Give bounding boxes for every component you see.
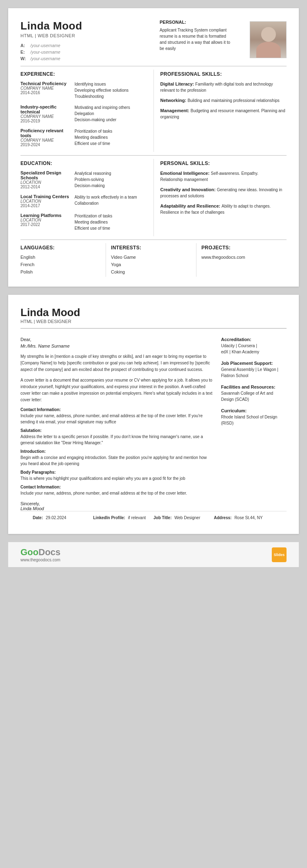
resume-name-block: Linda Mood HTML | WEB DESIGNER A: /your-… [20,20,143,63]
languages-col: LANGUAGES: English French Polish [20,243,106,277]
lang-interest-project-section: LANGUAGES: English French Polish INTERES… [20,243,287,277]
edu-dates-0: 2012-2014 [20,185,70,189]
skill-1: Networking: Building and maintaining pro… [160,97,287,104]
edu-desc-0: Analytical reasoningProblem-solvingDecis… [74,170,147,189]
contact-value-e: /your-username [30,50,60,54]
cover-section-text-0: Include your name, address, phone number… [20,413,213,425]
exp-company-2: COMPANY NAME [20,138,70,142]
skill-title-1: Networking: [160,98,187,103]
pskill-0: Emotional Intelligence: Self-awareness. … [160,170,287,183]
cover-dear: Dear, [20,337,213,342]
personal-skills-col: PERSONAL SKILLS: Emotional Intelligence:… [154,159,287,236]
cover-section-text-1: Address the letter to a specific person … [20,434,213,446]
resume-name: Linda Mood [20,20,143,32]
edu-desc-1: Ability to work effectively in a teamCol… [74,194,147,206]
interest-item-1: Yoga [111,262,191,267]
personal-skills-title: PERSONAL SKILLS: [160,160,287,166]
edu-school-1: Local Training Centers [20,194,70,199]
edu-dates-2: 2017-2022 [20,222,70,227]
project-item-0: www.thegoodocs.com [201,255,282,260]
edu-entry-2: Learning Platforms LOCATION 2017-2022 Pr… [20,213,147,231]
cover-card: Linda Mood HTML | WEB DESIGNER Dear, Mr.… [8,295,299,534]
cover-closing-name: Linda Mood [20,506,213,511]
exp-entry-1: Industry-specific technical COMPANY NAME… [20,104,147,123]
exp-company-0: COMPANY NAME [20,86,70,90]
resume-photo [250,21,287,58]
sidebar-accreditation: Accreditation: Udacity | Coursera |edX |… [221,337,287,355]
contact-value-a: /your-username [30,43,60,48]
cover-para-1: A cover letter is a document that accomp… [20,377,213,403]
skill-2: Management: Budgeting and resource manag… [160,108,287,120]
exp-entry-2: Proficiency relevant tools COMPANY NAME … [20,128,147,147]
pskill-title-2: Adaptability and Resilience: [160,203,221,208]
brand-left: GooDocs www.thegoodocs.com [20,547,61,562]
cover-closing: Sincerely, [20,501,213,506]
experience-skills-section: EXPERIENCE: Technical Proficiency COMPAN… [20,70,287,152]
cover-body: Dear, Mr./Mrs. Name Surname My strengths… [20,337,287,511]
exp-desc-0: Identifying issuesDeveloping effective s… [74,81,147,99]
contact-label-e: E: [20,50,28,54]
sidebar-title-3: Curriculum: [221,408,287,413]
sidebar-text-2: Savannah College of Art and Design (SCAD… [221,390,287,402]
experience-col: EXPERIENCE: Technical Proficiency COMPAN… [20,70,154,152]
exp-dates-0: 2014-2016 [20,90,70,95]
edu-entry-1: Local Training Centers LOCATION 2014-201… [20,194,147,208]
cover-section-label-3: Body Paragraphs: [20,470,213,475]
exp-role-2: Proficiency relevant tools [20,128,70,138]
personal-block: PERSONAL: Applicant Tracking System comp… [151,20,233,63]
contact-label-w: W: [20,56,28,61]
exp-dates-2: 2019-2024 [20,142,70,147]
footer-date-label: Date: [33,515,43,520]
contact-block: A: /your-username E: /your-username W: /… [20,43,143,61]
brand-url: www.thegoodocs.com [20,558,61,562]
experience-title: EXPERIENCE: [20,71,147,77]
pskill-1: Creativity and Innovation: Generating ne… [160,187,287,199]
footer-linkedin-value: if relevant [128,515,146,520]
education-title: EDUCATION: [20,160,147,166]
cover-name: Linda Mood [20,306,287,319]
edu-school-2: Learning Platforms [20,213,70,218]
footer-jobtitle-col: Job Title: Web Designer [154,515,214,520]
sidebar-text-1: General Assembly | Le Wagon | Flatiron S… [221,366,287,379]
slides-icon: Slides [272,547,287,562]
sidebar-curriculum: Curriculum: Rhode Island School of Desig… [221,408,287,426]
cover-section-text-2: Begin with a concise and engaging introd… [20,454,213,467]
brand-logo-docs: Docs [38,547,61,557]
sidebar-text-3: Rhode Island School of Design (RISD) [221,414,287,426]
contact-row-a: A: /your-username [20,43,143,48]
footer-bar: Date: 29.02.2024 LinkedIn Profile: if re… [20,511,287,524]
cover-subtitle: HTML | WEB DESIGNER [20,319,287,324]
pskill-title-1: Creativity and Innovation: [160,187,216,192]
resume-top-row: Linda Mood HTML | WEB DESIGNER A: /your-… [20,20,287,63]
contact-row-w: W: /your-username [20,56,143,61]
pskill-2: Adaptability and Resilience: Ability to … [160,203,287,215]
education-personalskills-section: EDUCATION: Specialized Design Schools LO… [20,159,287,236]
footer-address-value: Rose St.44, NY [235,515,263,520]
projects-col: PROJECTS: www.thegoodocs.com [201,243,287,277]
skill-0: Digital Literacy: Familiarity with digit… [160,81,287,93]
lang-item-1: French [20,262,101,267]
sidebar-job-placement: Job Placement Support: General Assembly … [221,361,287,379]
interests-title: INTERESTS: [111,245,191,251]
exp-entry-0: Technical Proficiency COMPANY NAME 2014-… [20,81,147,99]
footer-linkedin-label: LinkedIn Profile: [93,515,125,520]
interest-item-2: Coking [111,269,191,274]
footer-jobtitle-label: Job Title: [154,515,172,520]
divider-2 [20,155,287,156]
exp-desc-2: Prioritization of tasksMeeting deadlines… [74,128,147,147]
cover-sidebar: Accreditation: Udacity | Coursera |edX |… [221,337,287,511]
cover-main: Dear, Mr./Mrs. Name Surname My strengths… [20,337,213,511]
sidebar-text-0: Udacity | Coursera |edX | Khan Academy [221,343,287,355]
projects-title: PROJECTS: [201,245,282,251]
skill-title-2: Management: [160,108,190,113]
cover-section-label-1: Salutation: [20,428,213,433]
divider-3 [20,240,287,240]
exp-dates-1: 2016-2019 [20,119,70,123]
divider-1 [20,66,287,66]
skill-title-0: Digital Literacy: [160,81,194,86]
cover-recipient: Mr./Mrs. Name Surname [20,344,213,348]
lang-item-0: English [20,255,101,260]
exp-company-1: COMPANY NAME [20,114,70,119]
brand-bar: GooDocs www.thegoodocs.com Slides [8,542,299,567]
edu-location-0: LOCATION [20,180,70,185]
